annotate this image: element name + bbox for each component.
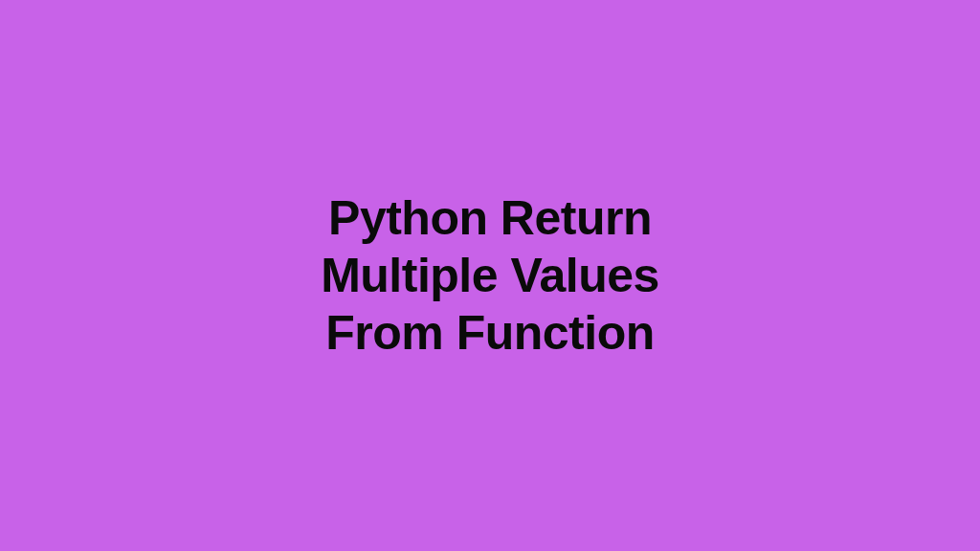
title-line-2: Multiple Values <box>321 247 659 304</box>
page-title: Python Return Multiple Values From Funct… <box>321 189 659 362</box>
title-line-1: Python Return <box>321 189 659 247</box>
title-line-3: From Function <box>321 304 659 362</box>
